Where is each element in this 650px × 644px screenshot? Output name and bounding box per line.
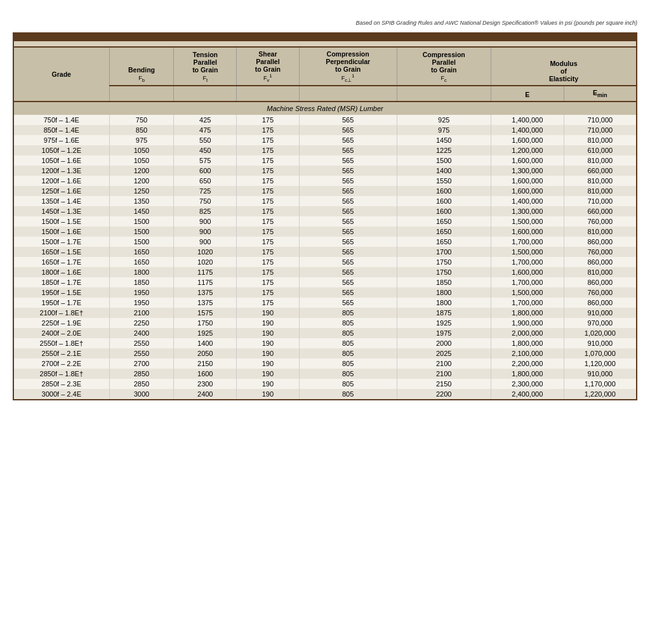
table-row: 2550f – 1.8E†2550140019080520001,800,000… — [14, 338, 636, 348]
col-fc-empty — [397, 86, 491, 102]
col-ft-empty — [174, 86, 237, 102]
table-row: 1850f – 1.7E1850117517556518501,700,0008… — [14, 277, 636, 287]
table-row: 1050f – 1.2E105045017556512251,200,00061… — [14, 145, 636, 155]
table-row: 1450f – 1.3E145082517556516001,300,00066… — [14, 206, 636, 216]
table-row: 1950f – 1.5E1950137517556518001,500,0007… — [14, 287, 636, 298]
table-row: 2100f – 1.8E†2100157519080518751,800,000… — [14, 308, 636, 318]
table-row: 1200f – 1.6E120065017556515501,600,00081… — [14, 176, 636, 186]
table-row: 1500f – 1.5E150090017556516501,500,00076… — [14, 216, 636, 227]
table-row: 1800f – 1.6E1800117517556517501,600,0008… — [14, 267, 636, 277]
table-row: 975f – 1.6E97555017556514501,600,000810,… — [14, 135, 636, 145]
col-e-label: E — [491, 86, 564, 102]
col-comp-perp: CompressionPerpendicularto GrainFc⊥1 — [299, 48, 397, 86]
col-tension: TensionParallelto GrainFt — [174, 48, 237, 86]
section-header-msr: Machine Stress Rated (MSR) Lumber — [14, 102, 636, 115]
col-shear: ShearParallelto GrainFv1 — [237, 48, 300, 86]
table-row: 1500f – 1.7E150090017556516501,700,00086… — [14, 237, 636, 247]
col-fcperp-empty — [299, 86, 397, 102]
table-row: 1200f – 1.3E120060017556514001,300,00066… — [14, 166, 636, 176]
col-fv-empty — [237, 86, 300, 102]
table-subtitle-bar — [14, 41, 636, 48]
source-note: Based on SPIB Grading Rules and AWC Nati… — [355, 19, 637, 27]
table-title-bar — [14, 34, 636, 41]
col-bending: BendingFb — [109, 48, 174, 86]
table-row: 1950f – 1.7E1950137517556518001,700,0008… — [14, 298, 636, 308]
table-row: 2850f – 1.8E†2850160019080521001,800,000… — [14, 369, 636, 379]
table-row: 1650f – 1.7E1650102017556517501,700,0008… — [14, 257, 636, 267]
table-row: 3000f – 2.4E3000240019080522002,400,0001… — [14, 389, 636, 399]
col-grade: Grade — [14, 48, 109, 102]
table-row: 1500f – 1.6E150090017556516501,600,00081… — [14, 227, 636, 237]
table-row: 1250f – 1.6E125072517556516001,600,00081… — [14, 186, 636, 196]
col-emin-label: Emin — [564, 86, 636, 102]
table-row: 750f – 1.4E7504251755659251,400,000710,0… — [14, 115, 636, 125]
col-comp-par: CompressionParallelto GrainFc — [397, 48, 491, 86]
table-row: 850f – 1.4E8504751755659751,400,000710,0… — [14, 125, 636, 135]
table-row: 1350f – 1.4E135075017556516001,400,00071… — [14, 196, 636, 206]
table-row: 2250f – 1.9E2250175019080519251,900,0009… — [14, 318, 636, 328]
col-fb-empty — [109, 86, 174, 102]
table-row: 2700f – 2.2E2700215019080521002,200,0001… — [14, 358, 636, 369]
table-row: 2550f – 2.1E2550205019080520252,100,0001… — [14, 348, 636, 358]
col-e: ModulusofElasticity — [491, 48, 636, 86]
table-row: 2850f – 2.3E2850230019080521502,300,0001… — [14, 379, 636, 389]
table-row: 1050f – 1.6E105057517556515001,600,00081… — [14, 155, 636, 166]
table-row: 2400f – 2.0E2400192519080519752,000,0001… — [14, 328, 636, 338]
table-row: 1650f – 1.5E1650102017556517001,500,0007… — [14, 247, 636, 257]
